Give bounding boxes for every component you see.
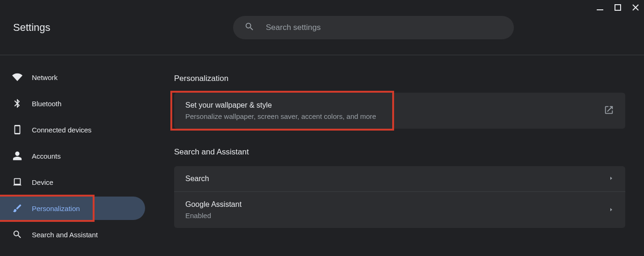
row-primary: Google Assistant: [185, 200, 242, 209]
section-title-search-assistant: Search and Assistant: [174, 147, 625, 157]
search-icon: [12, 229, 22, 240]
sidebar: Network Bluetooth Connected devices Acco…: [0, 55, 145, 256]
row-primary: Set your wallpaper & style: [185, 101, 376, 110]
search-icon: [244, 22, 255, 34]
sidebar-item-label: Search and Assistant: [32, 231, 98, 239]
sidebar-item-label: Device: [32, 178, 53, 186]
row-text: Google Assistant Enabled: [185, 200, 242, 219]
sidebar-item-search-assistant[interactable]: Search and Assistant: [0, 223, 145, 246]
row-text: Set your wallpaper & style Personalize w…: [185, 101, 376, 120]
wallpaper-style-row[interactable]: Set your wallpaper & style Personalize w…: [174, 93, 625, 129]
search-field[interactable]: [233, 16, 514, 39]
search-row[interactable]: Search: [174, 166, 625, 191]
content: Personalization Set your wallpaper & sty…: [145, 55, 644, 256]
person-icon: [12, 151, 22, 161]
open-in-new-icon: [604, 105, 614, 117]
search-input[interactable]: [266, 23, 514, 32]
sidebar-item-personalization[interactable]: Personalization: [0, 197, 145, 220]
bluetooth-icon: [12, 98, 22, 109]
sidebar-item-accounts[interactable]: Accounts: [0, 144, 145, 168]
wifi-icon: [12, 72, 22, 82]
chevron-right-icon: [608, 206, 614, 214]
sidebar-item-label: Personalization: [32, 205, 80, 212]
sidebar-item-label: Network: [32, 73, 58, 81]
sidebar-item-label: Accounts: [32, 152, 61, 160]
maximize-icon[interactable]: [614, 4, 622, 11]
page-title: Settings: [13, 22, 139, 34]
sidebar-item-label: Connected devices: [32, 126, 92, 134]
personalization-card: Set your wallpaper & style Personalize w…: [174, 93, 625, 129]
header: Settings: [0, 0, 644, 55]
sidebar-item-label: Bluetooth: [32, 100, 61, 108]
sidebar-item-connected-devices[interactable]: Connected devices: [0, 118, 145, 141]
section-title-personalization: Personalization: [174, 74, 625, 83]
sidebar-item-network[interactable]: Network: [0, 66, 145, 89]
row-primary: Search: [185, 175, 209, 183]
search-assistant-card: Search Google Assistant Enabled: [174, 166, 625, 228]
chevron-right-icon: [608, 175, 614, 183]
google-assistant-row[interactable]: Google Assistant Enabled: [174, 191, 625, 228]
row-secondary: Enabled: [185, 212, 242, 219]
svg-rect-0: [597, 9, 603, 10]
devices-icon: [12, 124, 22, 135]
close-icon[interactable]: [632, 4, 639, 11]
laptop-icon: [12, 177, 22, 187]
minimize-icon[interactable]: [596, 4, 604, 11]
sidebar-item-bluetooth[interactable]: Bluetooth: [0, 92, 145, 115]
sidebar-item-device[interactable]: Device: [0, 170, 145, 194]
brush-icon: [12, 203, 22, 213]
row-text: Search: [185, 175, 209, 183]
window-controls: [596, 4, 639, 11]
svg-rect-1: [615, 5, 621, 10]
row-secondary: Personalize wallpaper, screen saver, acc…: [185, 112, 376, 120]
